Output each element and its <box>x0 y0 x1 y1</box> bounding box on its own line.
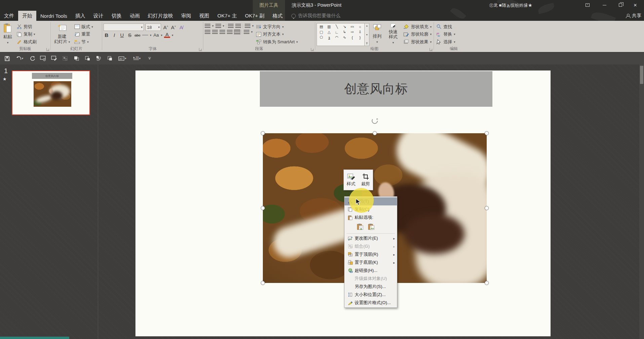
down-arrow-icon[interactable]: ⇩ <box>356 30 364 35</box>
slide-thumbnail[interactable]: 创意风向标 <box>12 70 90 115</box>
share-button[interactable]: 共享 <box>626 11 641 21</box>
paste-keep-source-formatting-button[interactable]: a <box>356 223 364 231</box>
freeform-icon[interactable]: ⬠ <box>318 35 325 40</box>
cut-button[interactable]: 剪切 <box>15 23 38 30</box>
font-size-combo[interactable]: 18▾ <box>146 23 161 31</box>
decrease-indent-icon[interactable] <box>228 24 234 28</box>
vertical-text-box-icon[interactable]: ▥ <box>325 24 333 29</box>
clipboard-dialog-launcher[interactable] <box>46 48 49 51</box>
font-color-button[interactable]: A <box>164 32 170 38</box>
right-brace-icon[interactable]: } <box>356 35 364 40</box>
change-case-button[interactable]: Aa <box>153 33 159 38</box>
convert-smartart-button[interactable]: 转换为 SmartArt▾ <box>256 39 298 45</box>
rectangle-icon[interactable]: ▭ <box>349 24 356 29</box>
text-direction-button[interactable]: 文字方向▾ <box>256 23 298 30</box>
curve-icon[interactable]: ∿ <box>341 35 348 40</box>
tell-me-box[interactable]: 告诉我你想要做什么 <box>287 11 345 21</box>
font-dialog-launcher[interactable] <box>199 48 202 51</box>
replace-button[interactable]: abac 替换▾ <box>436 31 455 38</box>
scrollbar-thumb[interactable] <box>640 66 643 84</box>
text-box-qat-button[interactable]: A≡▾ <box>116 54 128 63</box>
shape-outline-button[interactable]: 形状轮廓▾ <box>403 31 432 38</box>
resize-handle-sw[interactable] <box>261 281 265 285</box>
select-button[interactable]: 选择▾ <box>436 39 455 45</box>
align-center-icon[interactable] <box>212 30 218 34</box>
menu-item-change-picture[interactable]: 更改图片(E) ▸ <box>345 234 397 242</box>
scribble-icon[interactable]: ʓ <box>325 35 333 40</box>
right-arrow-icon[interactable]: ⇨ <box>349 30 356 35</box>
send-backward-button[interactable] <box>83 54 92 63</box>
paste-as-picture-button[interactable] <box>367 223 375 231</box>
account-user-name[interactable]: ㊣龙 ■随ぁ缤纷姓缘★ <box>489 2 532 8</box>
new-slide-button[interactable]: 新建 幻灯片 ▾ <box>52 22 72 46</box>
columns-icon[interactable] <box>244 30 249 34</box>
align-right-icon[interactable] <box>219 30 225 34</box>
align-left-icon[interactable] <box>205 30 210 34</box>
tab-view[interactable]: 视图 <box>195 11 213 21</box>
bring-forward-button[interactable] <box>72 54 81 63</box>
resize-handle-e[interactable] <box>485 206 489 210</box>
decrease-font-button[interactable]: A˅ <box>170 25 176 30</box>
undo-button[interactable]: ▾ <box>14 54 25 63</box>
menu-item-hyperlink[interactable]: 超链接(H)... <box>345 267 397 275</box>
bring-to-front-button[interactable] <box>94 54 103 63</box>
resize-handle-w[interactable] <box>261 206 265 210</box>
tab-home[interactable]: 开始 <box>18 11 36 21</box>
ribbon-display-options-button[interactable]: ^ <box>580 0 595 10</box>
line-spacing-icon[interactable] <box>245 24 250 28</box>
vertical-scrollbar[interactable] <box>639 64 644 339</box>
tab-animations[interactable]: 动画 <box>126 11 144 21</box>
save-button[interactable] <box>3 54 11 63</box>
clear-formatting-button[interactable]: A̸ <box>178 25 184 30</box>
menu-item-size-position[interactable]: 大小和位置(Z)... <box>345 291 397 299</box>
redo-button[interactable] <box>28 54 36 63</box>
copy-button[interactable]: 复制 ▾ <box>15 31 38 38</box>
tab-design[interactable]: 设计 <box>89 11 108 21</box>
resize-handle-ne[interactable] <box>485 131 489 135</box>
resize-handle-n[interactable] <box>373 131 377 135</box>
restore-button[interactable] <box>613 0 628 10</box>
rounded-rectangle-icon[interactable]: ▢ <box>318 30 325 35</box>
strikethrough-button[interactable]: S <box>127 32 133 38</box>
indent-qat-button[interactable]: ▾ <box>131 54 143 63</box>
menu-item-bring-to-front[interactable]: 置于顶层(R) ▸ <box>345 250 397 258</box>
tab-transitions[interactable]: 切换 <box>108 11 126 21</box>
slideshow-pen-button[interactable] <box>50 54 58 63</box>
tab-file[interactable]: 文件 <box>0 11 18 21</box>
group-objects-button[interactable] <box>61 54 70 63</box>
menu-item-upgrade-media[interactable]: 升级媒体对象(U) <box>345 275 397 283</box>
menu-item-format-picture[interactable]: 设置图片格式(O)... <box>345 299 397 307</box>
minimize-button[interactable] <box>597 0 612 10</box>
tab-insert[interactable]: 插入 <box>71 11 89 21</box>
tab-ok7-sub[interactable]: OK7+ 副 <box>241 11 269 21</box>
menu-item-send-to-back[interactable]: 置于底层(K) ▸ <box>345 258 397 267</box>
text-box-icon[interactable]: ▤ <box>318 24 325 29</box>
bold-button[interactable]: B <box>104 32 110 38</box>
justify-icon[interactable] <box>227 30 233 34</box>
shape-effects-button[interactable]: 形状效果▾ <box>403 39 432 45</box>
reset-button[interactable]: 重置 <box>73 31 94 38</box>
align-text-button[interactable]: 对齐文本▾ <box>256 31 298 38</box>
resize-handle-se[interactable] <box>485 281 489 285</box>
menu-item-group[interactable]: 组合(G) ▸ <box>345 242 397 250</box>
gallery-more-icon[interactable]: ⊽ <box>366 42 368 45</box>
shape-gallery[interactable]: ▤▥╲↘▭○ ▢△∟↳⇨⇩ ⬠ʓ◠∿{} <box>317 23 365 46</box>
bullets-icon[interactable] <box>205 24 210 28</box>
quick-styles-button[interactable]: 快速样式 ▾ <box>385 22 401 46</box>
numbering-icon[interactable] <box>215 24 221 28</box>
increase-indent-icon[interactable] <box>235 24 241 28</box>
underline-button[interactable]: U <box>119 32 125 38</box>
gallery-down-icon[interactable]: ▾ <box>366 33 367 36</box>
tab-format[interactable]: 格式 <box>269 11 287 21</box>
font-name-combo[interactable]: ▾ <box>104 23 144 31</box>
arrow-icon[interactable]: ↘ <box>341 24 348 29</box>
section-button[interactable]: 节▾ <box>73 38 94 45</box>
line-icon[interactable]: ╲ <box>333 24 340 29</box>
tab-review[interactable]: 审阅 <box>177 11 195 21</box>
menu-item-save-as-picture[interactable]: 另存为图片(S)... <box>345 283 397 291</box>
triangle-icon[interactable]: △ <box>325 30 333 35</box>
paragraph-dialog-launcher[interactable] <box>311 48 314 51</box>
paste-button[interactable]: 粘贴 ▾ <box>1 22 14 46</box>
slide-canvas[interactable]: 创意风向标 <box>135 70 551 336</box>
left-brace-icon[interactable]: { <box>349 35 356 40</box>
